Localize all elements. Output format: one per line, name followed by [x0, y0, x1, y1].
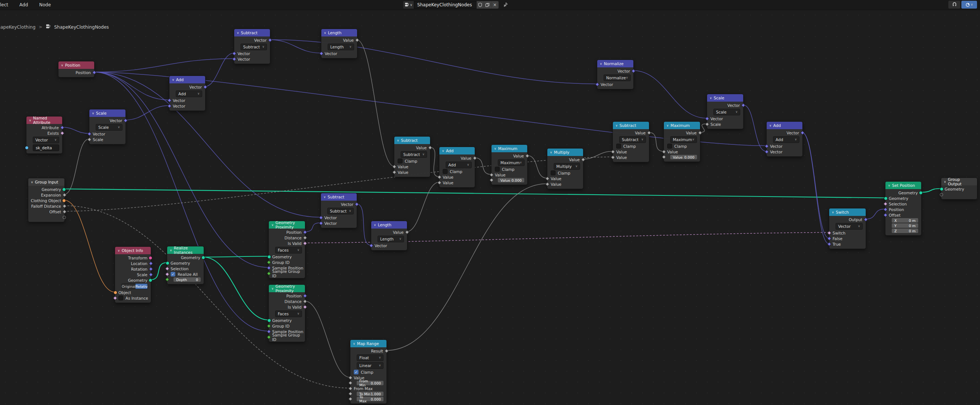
- socket[interactable]: [267, 255, 271, 259]
- checkbox-clamp[interactable]: [667, 144, 672, 149]
- value-field-x[interactable]: X0 m: [892, 218, 918, 222]
- menu-select[interactable]: Select: [0, 1, 13, 9]
- socket[interactable]: [356, 38, 359, 41]
- dropdown-length[interactable]: Length∨: [328, 44, 354, 50]
- duplicate-button[interactable]: [484, 1, 492, 9]
- node-editor-canvas[interactable]: ShapeKeyClothing > ShapeKeyClothingNodes…: [0, 10, 980, 405]
- socket[interactable]: [25, 146, 29, 150]
- value-field-value[interactable]: Value0.000: [670, 155, 697, 159]
- socket[interactable]: [267, 324, 270, 327]
- dropdown-multiply[interactable]: Multiply∨: [554, 163, 580, 170]
- node-add-r[interactable]: ∨AddVectorAdd∨VectorVector: [766, 121, 803, 157]
- socket[interactable]: [114, 296, 116, 299]
- socket[interactable]: [93, 71, 96, 74]
- socket[interactable]: [706, 122, 709, 125]
- collapse-chevron-icon[interactable]: ∨: [324, 31, 326, 35]
- socket[interactable]: [233, 57, 236, 60]
- overlays-toggle-button[interactable]: ∨: [961, 1, 977, 9]
- socket[interactable]: [429, 146, 431, 149]
- checkbox-clamp[interactable]: ✓: [354, 370, 359, 375]
- socket[interactable]: [304, 241, 306, 245]
- socket[interactable]: [149, 256, 152, 260]
- socket[interactable]: [801, 131, 804, 134]
- socket[interactable]: [267, 319, 271, 322]
- node-multiply-c[interactable]: ∨MultiplyValueMultiply∨ClampValueValue: [547, 148, 584, 189]
- socket[interactable]: [742, 103, 745, 106]
- dropdown-float[interactable]: Float∨: [357, 354, 383, 361]
- node-subtract-top[interactable]: ∨SubtractVectorSubtract∨VectorVector: [234, 29, 270, 64]
- collapse-chevron-icon[interactable]: ∨: [600, 62, 602, 65]
- socket[interactable]: [611, 150, 614, 153]
- dropdown-add[interactable]: Add∨: [446, 162, 472, 168]
- socket[interactable]: [168, 104, 171, 107]
- socket[interactable]: [828, 242, 831, 245]
- collapse-chevron-icon[interactable]: ∨: [888, 184, 890, 187]
- socket[interactable]: [304, 305, 306, 308]
- dropdown-linear[interactable]: Linear∨: [357, 362, 383, 369]
- menu-add[interactable]: Add: [15, 1, 32, 9]
- socket[interactable]: [546, 177, 549, 180]
- socket[interactable]: [114, 291, 117, 294]
- socket[interactable]: [201, 256, 205, 259]
- collapse-chevron-icon[interactable]: ∨: [31, 181, 33, 184]
- socket[interactable]: [526, 154, 529, 157]
- socket[interactable]: [267, 330, 270, 333]
- value-field-from-min[interactable]: From Min0.000: [357, 381, 383, 385]
- toggle-button-original[interactable]: Original: [122, 284, 135, 289]
- collapse-chevron-icon[interactable]: ∨: [944, 180, 946, 184]
- node-add-left[interactable]: ∨AddVectorAdd∨VectorVector: [169, 76, 205, 111]
- socket[interactable]: [149, 267, 152, 270]
- node-subtract-mid[interactable]: ∨SubtractVectorSubtract∨VectorVector: [321, 193, 357, 228]
- socket[interactable]: [304, 294, 306, 297]
- socket[interactable]: [149, 273, 152, 276]
- socket[interactable]: [490, 179, 493, 182]
- node-scale-r[interactable]: ∨ScaleVectorScale∨VectorScale: [707, 94, 744, 129]
- checkbox-clamp[interactable]: [443, 169, 447, 174]
- dropdown-add[interactable]: Add∨: [773, 136, 799, 143]
- dropdown-subtract[interactable]: Subtract∨: [619, 136, 646, 143]
- socket[interactable]: [62, 199, 66, 202]
- socket[interactable]: [88, 132, 91, 135]
- collapse-chevron-icon[interactable]: ∨: [172, 78, 174, 81]
- node-length-top[interactable]: ∨LengthValueLength∨Vector: [321, 29, 358, 59]
- menu-node[interactable]: Node: [35, 1, 55, 9]
- socket[interactable]: [61, 132, 64, 134]
- dropdown-add[interactable]: Add∨: [176, 91, 202, 97]
- checkbox-clamp[interactable]: [398, 159, 402, 164]
- socket[interactable]: [88, 138, 91, 141]
- collapse-chevron-icon[interactable]: ∨: [667, 124, 669, 127]
- socket[interactable]: [233, 52, 236, 55]
- socket[interactable]: [884, 197, 888, 200]
- socket[interactable]: [706, 117, 709, 120]
- socket[interactable]: [166, 261, 169, 265]
- socket[interactable]: [166, 278, 169, 281]
- socket[interactable]: [267, 266, 270, 269]
- socket[interactable]: [349, 397, 352, 400]
- socket[interactable]: [63, 210, 66, 213]
- node-subtract-r[interactable]: ∨SubtractValueSubtract∨ClampValueValue: [612, 121, 649, 162]
- toggle-button-relative[interactable]: Relative: [135, 284, 148, 289]
- socket[interactable]: [828, 231, 831, 234]
- socket[interactable]: [166, 267, 169, 270]
- socket[interactable]: [320, 216, 323, 219]
- socket[interactable]: [62, 216, 66, 219]
- socket[interactable]: [269, 38, 271, 41]
- socket[interactable]: [349, 381, 352, 384]
- dropdown-subtract[interactable]: Subtract∨: [327, 208, 354, 214]
- dropdown-maximum[interactable]: Maximum∨: [670, 136, 697, 143]
- collapse-chevron-icon[interactable]: ∨: [29, 119, 31, 122]
- socket[interactable]: [919, 191, 923, 195]
- socket[interactable]: [490, 173, 493, 176]
- collapse-chevron-icon[interactable]: ∨: [616, 124, 618, 127]
- node-named-attribute[interactable]: ∨Named AttributeAttributeExistsVector∨sk…: [26, 116, 62, 154]
- collapse-chevron-icon[interactable]: ∨: [374, 223, 376, 227]
- socket[interactable]: [582, 158, 585, 161]
- fake-user-shield-button[interactable]: [477, 1, 484, 9]
- collapse-chevron-icon[interactable]: ∨: [397, 139, 399, 142]
- socket[interactable]: [124, 119, 127, 122]
- socket[interactable]: [438, 181, 441, 184]
- collapse-chevron-icon[interactable]: ∨: [92, 112, 94, 115]
- socket[interactable]: [828, 237, 831, 240]
- socket[interactable]: [149, 262, 152, 265]
- dropdown-vector[interactable]: Vector∨: [33, 137, 59, 143]
